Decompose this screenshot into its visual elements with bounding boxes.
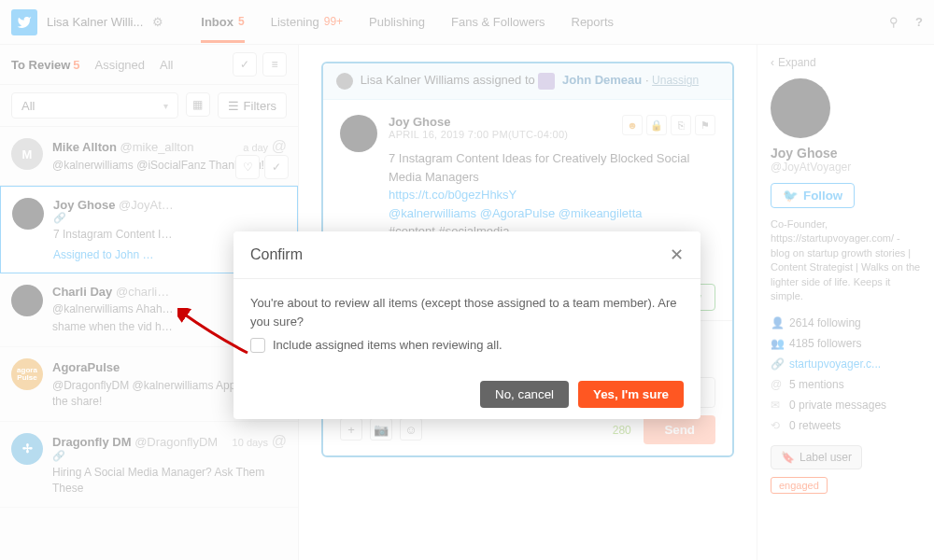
modal-footer: No, cancel Yes, I'm sure: [234, 370, 700, 419]
modal-header: Confirm ✕: [234, 231, 700, 279]
close-icon[interactable]: ✕: [670, 245, 684, 265]
checkbox-label: Include assigned items when reviewing al…: [273, 336, 502, 355]
modal-checkbox-row: Include assigned items when reviewing al…: [250, 336, 684, 355]
modal-title: Confirm: [250, 246, 303, 263]
cancel-button[interactable]: No, cancel: [480, 381, 569, 408]
confirm-button[interactable]: Yes, I'm sure: [578, 381, 684, 408]
modal-overlay[interactable]: Confirm ✕ You're about to review all ite…: [0, 0, 934, 560]
include-assigned-checkbox[interactable]: [250, 338, 265, 353]
confirm-modal: Confirm ✕ You're about to review all ite…: [234, 231, 700, 419]
modal-message: You're about to review all items (except…: [250, 294, 684, 330]
modal-body: You're about to review all items (except…: [234, 279, 700, 370]
